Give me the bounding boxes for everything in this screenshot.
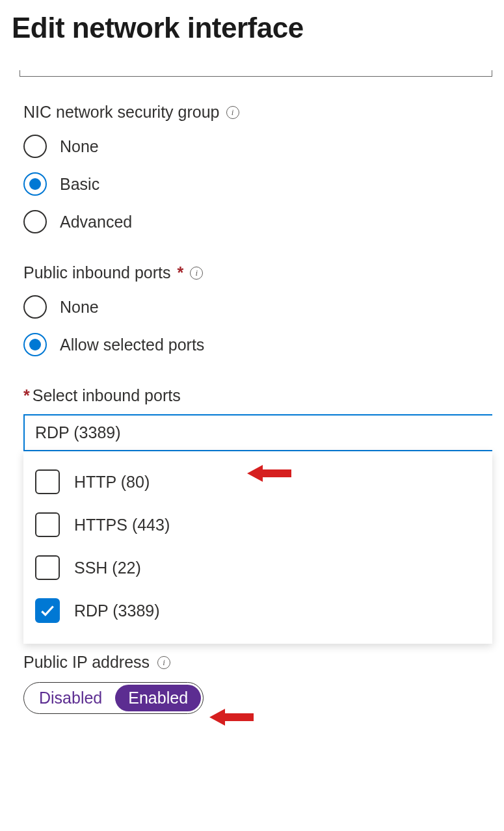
public-ip-label: Public IP address [23,653,150,672]
toggle-disabled[interactable]: Disabled [26,685,115,711]
radio-icon [23,135,47,158]
port-option-ssh[interactable]: SSH (22) [23,546,492,589]
public-ip-section: Public IP address i Disabled Enabled [23,653,492,714]
select-ports-value: RDP (3389) [35,423,121,442]
select-ports-label-row: * Select inbound ports [23,386,492,405]
option-label: HTTP (80) [74,473,150,492]
radio-label: None [60,298,99,317]
radio-label: None [60,137,99,156]
select-ports-label: Select inbound ports [33,386,181,405]
page-title: Edit network interface [12,12,492,44]
nsg-label: NIC network security group [23,103,220,122]
info-icon[interactable]: i [157,656,170,669]
checkbox-icon [35,469,60,494]
toggle-enabled[interactable]: Enabled [115,685,201,711]
select-ports-dropdown[interactable]: RDP (3389) [23,414,492,451]
inbound-radio-none[interactable]: None [23,295,492,319]
radio-icon [23,295,47,319]
public-inbound-label: Public inbound ports [23,263,171,282]
checkbox-icon [35,598,60,623]
select-ports-options-list: HTTP (80) HTTPS (443) SSH (22) RDP (3389… [23,451,492,644]
radio-label: Basic [60,175,99,194]
required-marker: * [23,386,30,405]
public-inbound-label-row: Public inbound ports * i [23,263,492,282]
public-inbound-section: Public inbound ports * i None Allow sele… [23,263,492,356]
nsg-radio-none[interactable]: None [23,135,492,158]
checkbox-icon [35,512,60,537]
cutoff-input-outline [20,70,492,77]
nsg-radio-advanced[interactable]: Advanced [23,210,492,233]
port-option-https[interactable]: HTTPS (443) [23,503,492,546]
radio-label: Advanced [60,213,132,231]
port-option-rdp[interactable]: RDP (3389) [23,589,492,632]
public-ip-label-row: Public IP address i [23,653,492,672]
option-label: RDP (3389) [74,601,160,620]
nsg-radio-basic[interactable]: Basic [23,172,492,196]
nsg-section: NIC network security group i None Basic … [23,103,492,233]
info-icon[interactable]: i [190,267,203,280]
radio-icon [23,210,47,233]
checkbox-icon [35,555,60,580]
option-label: HTTPS (443) [74,516,170,534]
inbound-radio-allow[interactable]: Allow selected ports [23,333,492,356]
port-option-http[interactable]: HTTP (80) [23,460,492,503]
radio-icon [23,333,47,356]
radio-icon [23,172,47,196]
required-marker: * [178,263,184,282]
public-ip-toggle[interactable]: Disabled Enabled [23,682,204,714]
info-icon[interactable]: i [226,106,239,119]
radio-label: Allow selected ports [60,336,204,354]
nsg-label-row: NIC network security group i [23,103,492,122]
option-label: SSH (22) [74,559,141,577]
